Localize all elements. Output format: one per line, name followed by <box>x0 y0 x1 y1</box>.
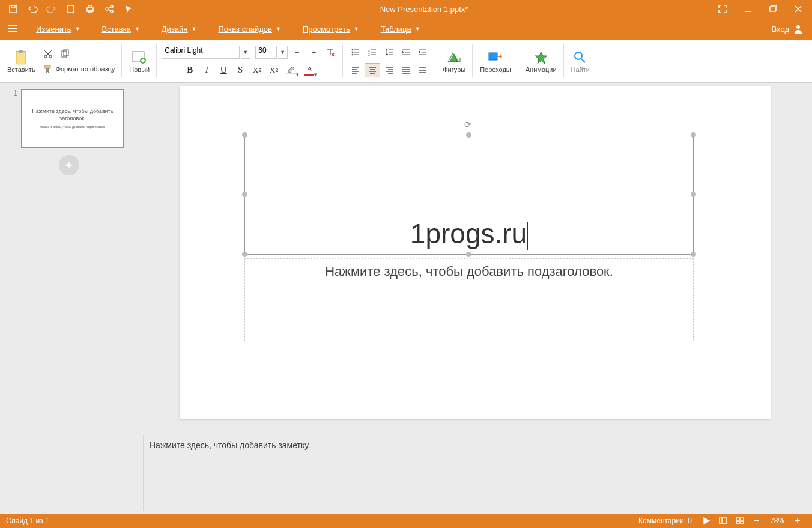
italic-button[interactable]: I <box>199 63 214 77</box>
new-doc-icon[interactable] <box>62 1 79 17</box>
svg-point-26 <box>575 52 582 59</box>
resize-handle[interactable] <box>466 252 471 257</box>
menu-design[interactable]: Дизайн▼ <box>151 18 208 40</box>
print-icon[interactable] <box>82 1 98 17</box>
minimize-icon[interactable] <box>736 1 759 17</box>
cut-icon[interactable] <box>40 47 56 61</box>
svg-rect-0 <box>10 5 17 13</box>
svg-rect-9 <box>770 7 775 11</box>
normal-view-icon[interactable] <box>715 514 732 528</box>
format-painter-button[interactable]: Формат по образцу <box>40 62 118 76</box>
shapes-button[interactable]: Фигуры <box>439 48 469 74</box>
group-find: Найти <box>564 40 597 82</box>
svg-point-6 <box>106 8 108 10</box>
transitions-button[interactable]: Переходы <box>476 48 515 74</box>
rotate-handle-icon[interactable]: ⟳ <box>464 120 474 129</box>
statusbar: Слайд 1 из 1 Комментарии: 0 − 78% + <box>0 514 812 528</box>
align-distribute-icon[interactable] <box>415 63 431 77</box>
menu-edit[interactable]: Изменить▼ <box>25 18 91 40</box>
zoom-in-icon[interactable]: + <box>789 514 806 528</box>
title-text[interactable]: 1progs.ru <box>245 217 693 250</box>
svg-rect-2 <box>68 5 74 13</box>
font-name-dropdown-icon[interactable]: ▼ <box>241 46 250 59</box>
subtitle-textbox[interactable]: Нажмите здесь, чтобы добавить подзаголов… <box>244 258 694 341</box>
thumbnail-preview[interactable]: Нажмите здесь, чтобы добавить заголовок.… <box>21 89 124 148</box>
bold-button[interactable]: B <box>182 63 198 77</box>
redo-icon[interactable] <box>43 1 60 17</box>
clear-formatting-icon[interactable] <box>323 45 338 59</box>
title-textbox[interactable]: ⟳ 1progs.ru <box>244 135 694 255</box>
resize-handle[interactable] <box>691 192 696 197</box>
hamburger-icon[interactable] <box>4 20 22 38</box>
window-title: New Presentation 1.pptx* <box>137 5 711 14</box>
copy-icon[interactable] <box>57 47 73 61</box>
new-slide-button[interactable]: Новый <box>126 48 153 74</box>
font-color-button[interactable]: A▼ <box>301 63 318 77</box>
align-right-icon[interactable] <box>381 63 397 77</box>
share-icon[interactable] <box>101 1 118 17</box>
paste-button[interactable]: Вставить <box>4 48 39 74</box>
resize-handle[interactable] <box>691 132 696 138</box>
zoom-out-icon[interactable]: − <box>748 514 765 528</box>
login-button[interactable]: Вход <box>763 23 812 34</box>
menu-slideshow[interactable]: Показ слайдов▼ <box>207 18 291 40</box>
underline-button[interactable]: U <box>216 63 231 77</box>
resize-handle[interactable] <box>466 132 471 138</box>
svg-point-20 <box>352 52 353 53</box>
play-icon[interactable] <box>698 514 715 528</box>
font-name-select[interactable]: Calibri Light <box>162 46 240 59</box>
canvas-area[interactable]: ⟳ 1progs.ru Нажмите здесь, чтобы добавит… <box>138 83 812 432</box>
subtitle-placeholder[interactable]: Нажмите здесь, чтобы добавить подзаголов… <box>245 259 693 279</box>
menu-view[interactable]: Просмотреть▼ <box>292 18 370 40</box>
menu-table[interactable]: Таблица▼ <box>370 18 431 40</box>
align-center-icon[interactable] <box>365 63 380 77</box>
resize-handle[interactable] <box>242 192 247 197</box>
increase-indent-icon[interactable] <box>415 45 431 59</box>
resize-handle[interactable] <box>691 252 696 257</box>
sorter-view-icon[interactable] <box>732 514 748 528</box>
animations-button[interactable]: Анимации <box>522 48 560 74</box>
align-left-icon[interactable] <box>348 63 363 77</box>
slide-canvas[interactable]: ⟳ 1progs.ru Нажмите здесь, чтобы добавит… <box>180 86 771 419</box>
group-shapes: Фигуры <box>435 40 473 82</box>
add-slide-button[interactable]: + <box>59 155 79 175</box>
decrease-font-icon[interactable]: − <box>289 45 304 59</box>
svg-point-19 <box>352 49 353 50</box>
subscript-button[interactable]: X2 <box>249 63 265 77</box>
find-button[interactable]: Найти <box>568 48 593 74</box>
undo-icon[interactable] <box>24 1 41 17</box>
slide-thumbnail[interactable]: 1 Нажмите здесь, чтобы добавить заголово… <box>13 89 124 148</box>
save-icon[interactable] <box>5 1 22 17</box>
strikethrough-button[interactable]: S <box>232 63 248 77</box>
highlight-color-button[interactable]: ▼ <box>283 63 300 77</box>
group-font: Calibri Light ▼ 60 ▼ − + B I U S X2 X2 ▼… <box>157 40 343 82</box>
increase-font-icon[interactable]: + <box>306 45 321 59</box>
svg-rect-29 <box>741 518 744 520</box>
svg-rect-11 <box>16 51 26 64</box>
font-size-select[interactable]: 60 <box>255 46 277 59</box>
line-spacing-icon[interactable] <box>381 45 397 59</box>
menu-insert[interactable]: Вставка▼ <box>91 18 151 40</box>
superscript-button[interactable]: X2 <box>266 63 282 77</box>
svg-point-21 <box>352 54 353 55</box>
zoom-level[interactable]: 78% <box>765 517 789 525</box>
svg-text:3: 3 <box>368 53 370 56</box>
font-size-dropdown-icon[interactable]: ▼ <box>278 46 288 59</box>
notes-input[interactable]: Нажмите здесь, чтобы добавить заметку. <box>143 435 807 511</box>
resize-handle[interactable] <box>242 252 247 257</box>
align-justify-icon[interactable] <box>398 63 414 77</box>
slide-info-label: Слайд 1 из 1 <box>6 517 49 525</box>
bullets-icon[interactable] <box>348 45 363 59</box>
maximize-icon[interactable] <box>762 1 784 17</box>
resize-handle[interactable] <box>242 132 247 138</box>
notes-pane: Нажмите здесь, чтобы добавить заметку. <box>139 432 811 514</box>
svg-rect-4 <box>88 5 92 8</box>
close-icon[interactable] <box>787 1 810 17</box>
group-animations: Анимации <box>518 40 564 82</box>
fullscreen-icon[interactable] <box>711 1 734 17</box>
decrease-indent-icon[interactable] <box>398 45 414 59</box>
svg-rect-27 <box>720 518 727 524</box>
comments-label[interactable]: Комментарии: 0 <box>638 517 692 525</box>
numbering-icon[interactable]: 123 <box>365 45 380 59</box>
cursor-icon[interactable] <box>120 1 137 17</box>
